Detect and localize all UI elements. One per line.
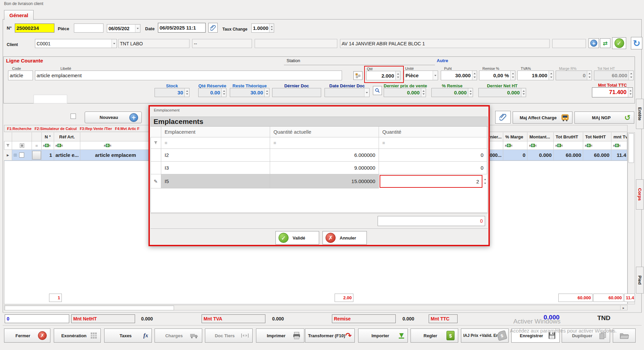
valide-button[interactable]: ✓ Validé [275,231,319,245]
grid-filter-tot-brut[interactable]: aBc [554,141,583,150]
open-folder-button[interactable] [613,329,636,343]
row-check-cell[interactable]: ⊞ [12,150,32,161]
grid-header-num[interactable]: N ° [42,132,54,141]
mrow-emplacement[interactable]: I3 [161,162,270,174]
tab-general[interactable]: Géneral [4,10,34,20]
mrow-qte[interactable]: 0 [379,162,487,174]
spinner [264,88,269,97]
mfilter-indicator[interactable] [151,137,161,149]
grid-header-montant[interactable]: Montant... [527,132,554,141]
attachment-button[interactable] [208,23,218,33]
row-checkbox[interactable] [19,152,24,158]
dialog-total-field[interactable]: 0 [378,216,485,226]
add-client-button[interactable]: + [589,38,599,48]
grid-vscrollbar[interactable] [628,132,635,304]
annuler-button[interactable]: ✗ Annuler [323,231,367,245]
date-dernier-doc-combo[interactable] [325,88,370,97]
sync-button[interactable]: ↻ [631,37,642,49]
chevron-down-icon[interactable] [135,25,140,32]
doc-tiers-button[interactable]: Doc Tiers [205,329,253,343]
mrow-emplacement[interactable]: I5 [161,174,270,188]
grid-header-ref[interactable]: Réf Art. [54,132,80,141]
taux-change-field[interactable]: 1.0000 [251,24,274,33]
chevron-down-icon[interactable] [433,71,438,80]
exoneration-button[interactable]: Exonération [54,329,101,343]
grid-header-tot-net[interactable]: Tot NetHT [583,132,611,141]
grid-filter-num[interactable]: aBc [42,141,54,150]
expand-icon[interactable]: ⊞ [13,152,17,158]
article-tree-button[interactable] [353,71,362,80]
grid-header-tot-brut[interactable]: Tot BrutHT [554,132,583,141]
tab-pied[interactable]: Pied [636,267,644,294]
remise-field[interactable]: 0,00 % [479,71,515,80]
search-price-button[interactable] [373,86,382,95]
grid-filter-tot-net[interactable]: aBc [583,141,611,150]
importer-button[interactable]: Importer ▼ [358,329,408,343]
maj-prix-button[interactable]: IAJ Prix +Valid. Ent $ [461,329,509,343]
chevron-down-icon[interactable] [364,88,369,97]
unite-combo[interactable]: Pièce [404,71,438,80]
enregistrer-button[interactable]: Enregistrer [511,329,560,343]
mfilter-qte-actuelle[interactable]: = [270,137,379,149]
maj-ngp-button[interactable]: MAj NGP ↺ [574,112,634,124]
vscroll-thumb[interactable] [629,133,634,163]
maj-affect-charge-button[interactable]: Maj Affect Charge [513,112,572,124]
piece-field[interactable] [74,24,103,33]
mrow-qte-actuelle[interactable]: 9.000000 [270,162,379,174]
grid-filter-pct-marge[interactable]: aBc [503,141,527,150]
qty-field[interactable]: 2.000 [366,71,400,80]
spinner[interactable] [472,71,477,80]
imprimer-button[interactable]: Imprimer [256,329,304,343]
attachment-line-button[interactable] [495,111,511,124]
hscroll-thumb[interactable] [5,306,174,310]
line-checkbox[interactable] [71,114,76,119]
tab-entete[interactable]: Entête [636,99,644,129]
fermer-button[interactable]: Fermer ✗ [4,329,50,343]
mrow-qte-actuelle[interactable]: 15.000000 [270,174,379,188]
validate-client-button[interactable]: ✓ [612,37,626,49]
row-button[interactable] [32,151,41,160]
mcol-qte[interactable]: Quantité [379,127,487,137]
tva-field[interactable]: 19.000 [517,71,554,80]
mfilter-emplacement[interactable]: = [161,137,270,149]
grid-filter-indicator[interactable] [4,141,12,150]
code-field[interactable]: article [8,71,33,80]
mfilter-qte[interactable]: = [379,137,487,149]
spinner[interactable] [269,24,274,32]
date-combo[interactable]: 06/05/202 [107,24,140,33]
mcol-qte-actuelle[interactable]: Quantité actuelle [270,127,379,137]
spinner[interactable] [395,71,400,80]
grid-hscrollbar[interactable]: ▸ [4,305,628,310]
mrow-qte[interactable]: 0 [379,149,487,162]
spinner[interactable] [549,71,553,80]
puht-field[interactable]: 30.000 [441,71,477,80]
grid-filter-mnt-tva[interactable]: aBc [611,141,627,150]
mcol-emplacement[interactable]: Emplacement [161,127,270,137]
grid-filter-check[interactable] [12,141,32,150]
qty-editor-field[interactable]: 2 [380,175,482,188]
dupliquer-button[interactable]: Dupliquer [562,329,610,343]
client-combo[interactable]: C0001 [35,39,117,48]
row-btn-cell[interactable] [32,150,42,161]
refresh-client-button[interactable]: ⇄ [600,38,610,48]
mrow-emplacement[interactable]: I2 [161,149,270,162]
datetime-field[interactable]: 06/05/2025 11:1 [158,23,206,33]
nouveau-button[interactable]: Nouveau + [85,112,142,123]
spinner[interactable] [510,71,515,80]
grid-filter-montant[interactable]: aBc [527,141,554,150]
charges-button[interactable]: Charges [155,329,202,343]
hscroll-right-arrow[interactable]: ▸ [620,305,627,310]
grid-header-pct-marge[interactable]: % Marge [503,132,527,141]
chevron-down-icon[interactable] [112,39,117,48]
spinner[interactable] [483,176,487,187]
tab-corps[interactable]: Corps [636,179,644,210]
taxes-button[interactable]: Taxes fx [104,329,152,343]
grid-filter-ref[interactable]: aBc [54,141,80,150]
mrow-qte-actuelle[interactable]: 6.000000 [270,149,379,162]
libelle-field[interactable]: article emplacement [35,71,342,80]
doc-number-field[interactable]: 25000234 [15,24,54,33]
grid-header-mnt-tva[interactable]: mnt Tva [611,132,627,141]
regler-button[interactable]: Regler $ [411,329,458,343]
grid-filter-eq[interactable]: = [32,141,42,150]
transformer-button[interactable]: Transformer (F10) ↷ [305,329,355,343]
